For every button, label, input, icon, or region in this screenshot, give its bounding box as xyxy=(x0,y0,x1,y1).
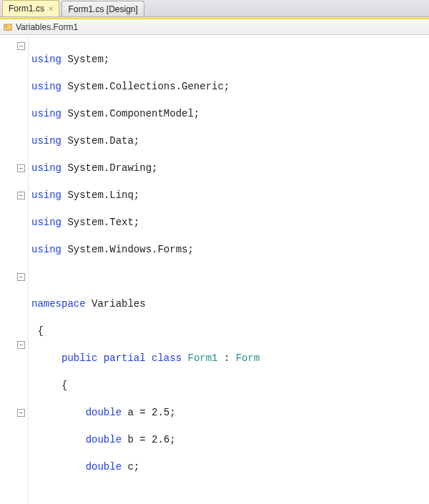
gutter-row xyxy=(0,352,28,365)
gutter-row xyxy=(0,216,28,229)
gutter-row xyxy=(0,433,28,447)
keyword: using xyxy=(31,162,61,174)
code-text: System.Linq; xyxy=(61,189,139,201)
gutter-row xyxy=(0,229,28,243)
code-text: { xyxy=(31,379,422,392)
gutter-row xyxy=(0,474,28,488)
gutter-row xyxy=(0,175,28,189)
gutter-row xyxy=(0,243,28,257)
gutter-row xyxy=(0,94,28,107)
gutter-row xyxy=(0,379,28,392)
gutter-row xyxy=(0,392,28,406)
type: Form xyxy=(236,352,260,364)
svg-rect-1 xyxy=(6,26,7,27)
gutter-row xyxy=(0,460,28,474)
gutter-row: − xyxy=(0,189,28,202)
keyword: namespace xyxy=(31,298,86,310)
fold-toggle-icon[interactable]: − xyxy=(17,409,25,417)
gutter-row xyxy=(0,148,28,162)
code-text: System.Text; xyxy=(61,217,139,228)
gutter-row xyxy=(0,121,28,134)
code-text: System.Windows.Forms; xyxy=(61,244,194,255)
breadcrumb-bar[interactable]: Variables.Form1 xyxy=(0,19,429,35)
tab-label: Form1.cs xyxy=(9,4,44,14)
keyword: using xyxy=(31,244,61,255)
code-text: a = 2.5; xyxy=(122,407,176,418)
gutter-row xyxy=(0,420,28,433)
gutter-row: − xyxy=(0,406,28,420)
tab-form1-design[interactable]: Form1.cs [Design] xyxy=(61,1,144,16)
fold-toggle-icon[interactable]: − xyxy=(17,42,25,50)
indent xyxy=(31,352,61,364)
tab-label: Form1.cs [Design] xyxy=(68,4,137,14)
code-text: b = 2.6; xyxy=(122,434,176,445)
gutter-row xyxy=(0,53,28,66)
gutter-row xyxy=(0,325,28,338)
code-text: System.Collections.Generic; xyxy=(61,81,230,92)
gutter-row xyxy=(0,501,28,504)
fold-toggle-icon[interactable]: − xyxy=(17,192,25,199)
keyword: using xyxy=(31,54,61,65)
gutter-row xyxy=(0,257,28,270)
keyword: public xyxy=(61,352,97,364)
code-editor[interactable]: −−−−−− using System; using System.Collec… xyxy=(0,35,429,504)
code-area[interactable]: using System; using System.Collections.G… xyxy=(29,35,422,504)
class-icon xyxy=(3,22,13,32)
fold-gutter: −−−−−− xyxy=(0,35,29,504)
fold-toggle-icon[interactable]: − xyxy=(17,273,25,281)
gutter-row xyxy=(0,80,28,94)
keyword: class xyxy=(146,352,182,364)
keyword: double xyxy=(86,461,122,473)
code-text: Variables xyxy=(86,298,146,310)
tab-form1-cs[interactable]: Form1.cs × xyxy=(2,0,59,16)
code-text: System.Drawing; xyxy=(61,162,157,174)
code-text: System; xyxy=(61,54,109,65)
gutter-row xyxy=(0,107,28,121)
blank-line xyxy=(31,270,422,284)
keyword: double xyxy=(86,407,122,418)
keyword: using xyxy=(31,81,61,92)
gutter-row: − xyxy=(0,162,28,175)
fold-toggle-icon[interactable]: − xyxy=(17,341,25,349)
type: Form1 xyxy=(182,352,217,364)
tab-bar: Form1.cs × Form1.cs [Design] xyxy=(0,0,429,17)
keyword: double xyxy=(86,434,122,445)
keyword: partial xyxy=(97,352,145,364)
gutter-row xyxy=(0,202,28,216)
fold-toggle-icon[interactable]: − xyxy=(17,164,25,172)
blank-line xyxy=(31,488,422,501)
gutter-row xyxy=(0,447,28,460)
svg-rect-0 xyxy=(4,24,11,30)
gutter-row xyxy=(0,297,28,311)
gutter-row xyxy=(0,66,28,80)
code-text: c; xyxy=(122,461,139,473)
indent xyxy=(31,407,86,418)
keyword: using xyxy=(31,217,61,228)
gutter-row: − xyxy=(0,338,28,352)
code-text: : xyxy=(218,352,236,364)
code-text: System.Data; xyxy=(61,135,139,147)
gutter-row: − xyxy=(0,270,28,284)
gutter-row xyxy=(0,134,28,148)
gutter-row xyxy=(0,365,28,379)
gutter-row xyxy=(0,284,28,297)
indent xyxy=(31,461,86,473)
keyword: using xyxy=(31,135,61,147)
keyword: using xyxy=(31,108,61,119)
code-text: System.ComponentModel; xyxy=(61,108,199,119)
keyword: using xyxy=(31,189,61,201)
gutter-row: − xyxy=(0,39,28,53)
close-icon[interactable]: × xyxy=(49,5,53,13)
indent xyxy=(31,434,86,445)
gutter-row xyxy=(0,488,28,501)
gutter-row xyxy=(0,311,28,325)
code-text: { xyxy=(31,325,422,338)
breadcrumb-text: Variables.Form1 xyxy=(16,22,78,32)
